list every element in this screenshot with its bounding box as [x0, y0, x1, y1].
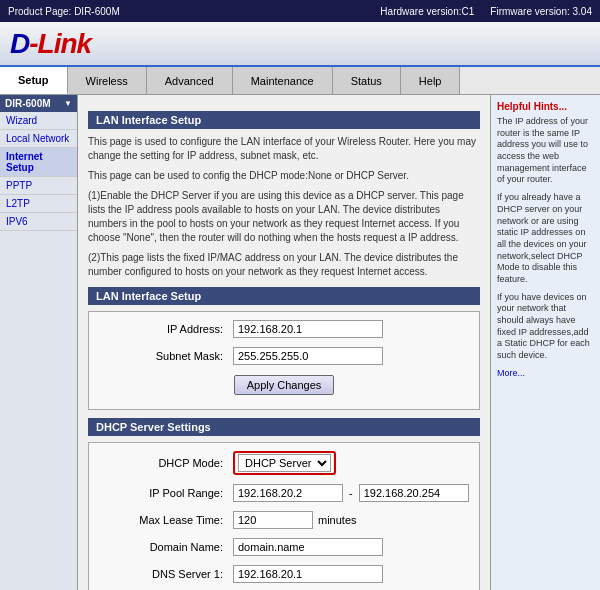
lan-apply-button[interactable]: Apply Changes	[234, 375, 335, 395]
lan-interface-section-title: LAN Interface Setup	[88, 287, 480, 305]
dhcp-mode-select[interactable]: None DHCP Server	[238, 454, 331, 472]
sidebar-item-wizard[interactable]: Wizard	[0, 112, 77, 130]
lan-apply-row: Apply Changes	[93, 375, 475, 395]
max-lease-label: Max Lease Time:	[93, 514, 233, 526]
top-bar: Product Page: DIR-600M Hardware version:…	[0, 0, 600, 22]
tab-help[interactable]: Help	[401, 67, 461, 94]
subnet-mask-row: Subnet Mask:	[93, 345, 475, 367]
ip-pool-start-input[interactable]	[233, 484, 343, 502]
tab-maintenance[interactable]: Maintenance	[233, 67, 333, 94]
product-page-label: Product Page: DIR-600M	[8, 6, 120, 17]
desc-para3b: (2)This page lists the fixed IP/MAC addr…	[88, 251, 480, 279]
desc-para2: This page can be used to config the DHCP…	[88, 169, 480, 183]
ip-pool-label: IP Pool Range:	[93, 487, 233, 499]
sidebar-product-label: DIR-600M	[5, 98, 51, 109]
dhcp-mode-highlight: None DHCP Server	[233, 451, 336, 475]
dhcp-mode-label: DHCP Mode:	[93, 457, 233, 469]
version-info: Hardware version:C1 Firmware version: 3.…	[380, 6, 592, 17]
sidebar-item-local-network[interactable]: Local Network	[0, 130, 77, 148]
subnet-mask-input[interactable]	[233, 347, 383, 365]
help-para-3: If you have devices on your network that…	[497, 292, 594, 362]
help-para-1: The IP address of your router is the sam…	[497, 116, 594, 186]
max-lease-input[interactable]	[233, 511, 313, 529]
page-title: LAN Interface Setup	[88, 111, 480, 129]
help-title: Helpful Hints...	[497, 101, 594, 112]
main-layout: DIR-600M ▼ Wizard Local Network Internet…	[0, 95, 600, 590]
help-panel: Helpful Hints... The IP address of your …	[490, 95, 600, 590]
help-para-2: If you already have a DHCP server on you…	[497, 192, 594, 286]
subnet-mask-label: Subnet Mask:	[93, 350, 233, 362]
ip-address-input[interactable]	[233, 320, 383, 338]
tab-status[interactable]: Status	[333, 67, 401, 94]
domain-name-input[interactable]	[233, 538, 383, 556]
max-lease-row: Max Lease Time: minutes	[93, 509, 475, 531]
tab-wireless[interactable]: Wireless	[68, 67, 147, 94]
ip-address-row: IP Address:	[93, 318, 475, 340]
ip-address-label: IP Address:	[93, 323, 233, 335]
main-content: LAN Interface Setup This page is used to…	[78, 95, 490, 590]
desc-para3a: (1)Enable the DHCP Server if you are usi…	[88, 189, 480, 245]
navigation-tabs: Setup Wireless Advanced Maintenance Stat…	[0, 67, 600, 95]
firmware-version: Firmware version: 3.04	[490, 6, 592, 17]
sidebar-item-l2tp[interactable]: L2TP	[0, 195, 77, 213]
desc-para1: This page is used to configure the LAN i…	[88, 135, 480, 163]
minutes-label: minutes	[318, 514, 357, 526]
dns1-row: DNS Server 1:	[93, 563, 475, 585]
sidebar-arrow-icon: ▼	[64, 99, 72, 108]
help-more-link[interactable]: More...	[497, 368, 525, 378]
ip-pool-row: IP Pool Range: -	[93, 482, 475, 504]
dhcp-server-box: DHCP Mode: None DHCP Server IP Pool Rang…	[88, 442, 480, 590]
domain-name-label: Domain Name:	[93, 541, 233, 553]
sidebar-item-internet-setup[interactable]: Internet Setup	[0, 148, 77, 177]
hardware-version: Hardware version:C1	[380, 6, 474, 17]
dhcp-mode-row: DHCP Mode: None DHCP Server	[93, 449, 475, 477]
range-separator: -	[349, 487, 353, 499]
dlink-logo: D-Link	[10, 28, 91, 60]
sidebar-item-pptp[interactable]: PPTP	[0, 177, 77, 195]
dns1-input[interactable]	[233, 565, 383, 583]
dns1-label: DNS Server 1:	[93, 568, 233, 580]
sidebar: DIR-600M ▼ Wizard Local Network Internet…	[0, 95, 78, 590]
domain-name-row: Domain Name:	[93, 536, 475, 558]
tab-setup[interactable]: Setup	[0, 67, 68, 94]
ip-pool-end-input[interactable]	[359, 484, 469, 502]
header: D-Link	[0, 22, 600, 67]
tab-advanced[interactable]: Advanced	[147, 67, 233, 94]
lan-interface-box: IP Address: Subnet Mask: Apply Changes	[88, 311, 480, 410]
sidebar-product[interactable]: DIR-600M ▼	[0, 95, 77, 112]
sidebar-item-ipv6[interactable]: IPV6	[0, 213, 77, 231]
dhcp-section-title: DHCP Server Settings	[88, 418, 480, 436]
